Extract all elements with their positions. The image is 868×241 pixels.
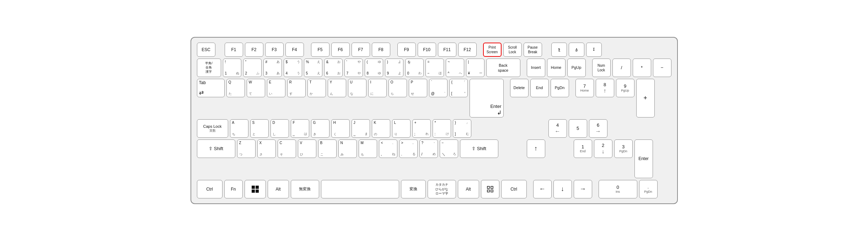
key-t[interactable]: T か	[307, 79, 326, 97]
key-numpad-plus[interactable]: +	[636, 79, 655, 117]
key-app[interactable]	[481, 180, 499, 198]
key-f10[interactable]: F10	[418, 43, 436, 57]
key-f9[interactable]: F9	[397, 43, 416, 57]
key-o[interactable]: O ら	[389, 79, 407, 97]
key-b[interactable]: B こ	[318, 139, 337, 158]
key-f5[interactable]: F5	[311, 43, 329, 57]
key-muhenkan[interactable]: 無変換	[291, 180, 319, 198]
key-semicolon[interactable]: + ;れ	[412, 119, 431, 138]
key-pgdn[interactable]: PgDn	[551, 79, 569, 97]
key-num6[interactable]: 6 →	[589, 119, 607, 138]
key-g[interactable]: G き	[311, 119, 329, 138]
key-q[interactable]: Q た	[226, 79, 245, 97]
key-numpad-slash[interactable]: /	[612, 59, 631, 77]
key-num8[interactable]: 8 ↑	[596, 79, 614, 97]
key-printscreen[interactable]: PrintScreen	[483, 43, 502, 57]
key-esc[interactable]: ESC	[197, 43, 215, 57]
key-i[interactable]: I に	[368, 79, 387, 97]
key-8[interactable]: (ゆ 8ゆ	[365, 59, 383, 77]
key-win[interactable]	[245, 180, 266, 198]
key-minus[interactable]: = −ほ	[425, 59, 444, 77]
key-3[interactable]: #あ 3あ	[263, 59, 282, 77]
key-pgup[interactable]: PgUp	[567, 59, 586, 77]
key-f11[interactable]: F11	[438, 43, 456, 57]
key-f6[interactable]: F6	[331, 43, 350, 57]
key-f7[interactable]: F7	[352, 43, 370, 57]
key-period[interactable]: >。 .る	[399, 139, 418, 158]
key-yen[interactable]: | ¥ー	[466, 59, 484, 77]
key-6[interactable]: &お 6お	[324, 59, 343, 77]
key-ctrl-r[interactable]: Ctrl	[501, 180, 527, 198]
key-x[interactable]: X さ	[257, 139, 276, 158]
key-num7[interactable]: 7 Home	[575, 79, 594, 97]
key-num1[interactable]: 1 End	[574, 139, 592, 158]
key-f8[interactable]: F8	[372, 43, 390, 57]
key-ctrl-l[interactable]: Ctrl	[197, 180, 223, 198]
key-f3[interactable]: F3	[265, 43, 284, 57]
key-alt-l[interactable]: Alt	[268, 180, 289, 198]
key-w[interactable]: W て	[247, 79, 265, 97]
key-v[interactable]: V ひ	[298, 139, 316, 158]
key-arrow-right[interactable]: →	[574, 180, 592, 198]
key-katakana[interactable]: カタカナひらがなローマ字	[428, 180, 456, 198]
key-h[interactable]: H く	[331, 119, 350, 138]
key-home[interactable]: Home	[547, 59, 566, 77]
key-bracket-l[interactable]: {「 [°	[449, 79, 468, 97]
key-shift-r[interactable]: ⇧ Shift	[460, 139, 498, 158]
key-y[interactable]: Y ん	[328, 79, 346, 97]
key-f4[interactable]: F4	[285, 43, 304, 57]
key-9[interactable]: )よ 9よ	[385, 59, 403, 77]
key-2[interactable]: " 2ふ	[243, 59, 262, 77]
key-hankaku[interactable]: 半角/全角漢字	[197, 59, 221, 77]
key-colon[interactable]: * :け	[433, 119, 451, 138]
key-numpad-asterisk[interactable]: *	[633, 59, 651, 77]
key-num2[interactable]: 2 ↓	[594, 139, 612, 158]
key-arrow-left[interactable]: ←	[533, 180, 552, 198]
key-r[interactable]: R す	[287, 79, 306, 97]
key-f[interactable]: F _は	[291, 119, 309, 138]
key-0[interactable]: を 0わ	[405, 59, 424, 77]
key-pausebreak[interactable]: PauseBreak	[524, 43, 542, 57]
key-7[interactable]: 'や 7や	[344, 59, 363, 77]
key-insert[interactable]: Insert	[527, 59, 545, 77]
key-z[interactable]: Z つ	[237, 139, 256, 158]
key-numpad-minus[interactable]: −	[653, 59, 671, 77]
key-p[interactable]: P せ	[409, 79, 427, 97]
key-at[interactable]: ` @゛	[429, 79, 448, 97]
key-1[interactable]: ! 1ぬ	[223, 59, 241, 77]
key-num9[interactable]: 9 PgUp	[616, 79, 634, 97]
key-top-r3[interactable]: ↧	[586, 43, 602, 57]
key-4[interactable]: $う 4う	[284, 59, 302, 77]
key-comma[interactable]: <、 ,ね	[379, 139, 397, 158]
key-top-r1[interactable]: 9̲	[551, 43, 567, 57]
key-end[interactable]: End	[530, 79, 549, 97]
key-f1[interactable]: F1	[225, 43, 243, 57]
key-scrolllock[interactable]: ScrollLock	[503, 43, 522, 57]
key-c[interactable]: C そ	[278, 139, 296, 158]
key-numpad-enter[interactable]: Enter	[634, 139, 653, 178]
key-ro[interactable]: − ＼ろ	[440, 139, 458, 158]
key-n[interactable]: N み	[338, 139, 357, 158]
key-numdel[interactable]: . PgDn	[639, 180, 658, 198]
key-enter[interactable]: Enter ↲	[470, 79, 504, 117]
key-shift-l[interactable]: ⇧ Shift	[197, 139, 235, 158]
key-num0[interactable]: 0 Ins	[599, 180, 637, 198]
key-l[interactable]: L り	[392, 119, 411, 138]
key-f12[interactable]: F12	[458, 43, 477, 57]
key-space[interactable]	[321, 180, 399, 198]
key-s[interactable]: S と	[250, 119, 269, 138]
key-u[interactable]: U な	[348, 79, 366, 97]
key-num5[interactable]: 5	[569, 119, 587, 138]
key-backspace[interactable]: Backspace	[486, 59, 520, 77]
key-num3[interactable]: 3 PgDn	[614, 139, 633, 158]
key-5[interactable]: %え 5え	[304, 59, 322, 77]
key-alt-r[interactable]: Alt	[458, 180, 479, 198]
key-delete[interactable]: Delete	[510, 79, 529, 97]
key-d[interactable]: D し	[270, 119, 289, 138]
key-fn[interactable]: Fn	[224, 180, 243, 198]
key-a[interactable]: A ち	[230, 119, 248, 138]
key-top-r2[interactable]: A̲	[569, 43, 584, 57]
key-m[interactable]: M も	[359, 139, 377, 158]
key-arrow-up[interactable]: ↑	[527, 139, 545, 158]
key-slash[interactable]: ?・ /め	[419, 139, 438, 158]
